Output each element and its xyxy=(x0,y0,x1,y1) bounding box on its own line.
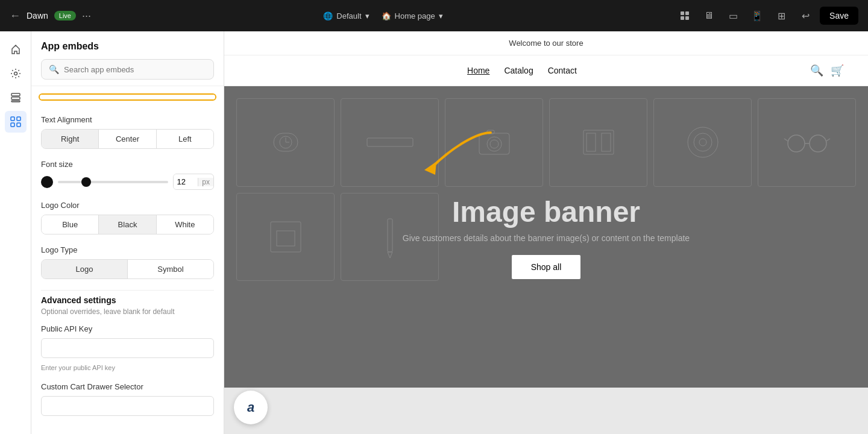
affirm-floating: a xyxy=(234,391,268,424)
svg-point-26 xyxy=(688,127,718,157)
logo-color-blue[interactable]: Blue xyxy=(42,215,99,234)
tablet-button[interactable]: ▭ xyxy=(723,6,743,25)
cart-drawer-input[interactable] xyxy=(41,396,214,416)
undo-button[interactable]: ↩ xyxy=(796,6,815,25)
px-unit-label: px xyxy=(198,178,213,186)
search-icon: 🔍 xyxy=(49,64,59,74)
cart-drawer-label: Custom Cart Drawer Selector xyxy=(41,382,214,391)
store-nav-icons: 🔍 🛒 xyxy=(810,64,844,77)
store-nav-links: Home Catalog Contact xyxy=(248,66,796,75)
alignment-left[interactable]: Left xyxy=(157,130,213,148)
font-size-label: Font size xyxy=(41,160,214,169)
svg-rect-7 xyxy=(11,101,20,102)
search-input[interactable] xyxy=(64,65,206,74)
hero-section: Image banner Give customers details abou… xyxy=(224,86,868,388)
logo-color-white[interactable]: White xyxy=(157,215,213,234)
font-size-slider[interactable] xyxy=(58,181,168,183)
nav-settings[interactable] xyxy=(5,63,27,84)
desktop-button[interactable]: 🖥 xyxy=(699,6,719,25)
topbar-left: ← Dawn Live ··· xyxy=(10,10,91,22)
font-color-dot xyxy=(41,176,53,188)
svg-rect-1 xyxy=(685,11,689,15)
bg-item-lens xyxy=(653,98,752,187)
store-cart-icon[interactable]: 🛒 xyxy=(831,64,844,77)
svg-rect-36 xyxy=(388,219,392,252)
chevron-down-icon: ▾ xyxy=(365,11,370,20)
svg-line-32 xyxy=(826,139,830,141)
shop-all-button[interactable]: Shop all xyxy=(512,255,581,279)
store-search-icon[interactable]: 🔍 xyxy=(810,64,823,77)
font-size-group: Font size px xyxy=(41,160,214,190)
save-button[interactable]: Save xyxy=(820,7,858,25)
text-alignment-label: Text Alignment xyxy=(41,115,214,124)
svg-point-29 xyxy=(788,135,805,152)
live-badge: Live xyxy=(54,11,76,20)
store-nav: Home Catalog Contact 🔍 🛒 xyxy=(224,55,868,86)
svg-point-30 xyxy=(810,135,826,152)
logo-type-group: Logo Type Logo Symbol xyxy=(41,245,214,279)
more-button[interactable]: ··· xyxy=(82,10,91,22)
mobile-button[interactable]: 📱 xyxy=(747,6,767,25)
svg-rect-10 xyxy=(11,123,14,127)
theme-name: Dawn xyxy=(27,11,48,20)
divider xyxy=(41,290,214,291)
svg-rect-5 xyxy=(11,93,20,96)
logo-type-logo[interactable]: Logo xyxy=(42,260,128,278)
nav-link-home[interactable]: Home xyxy=(467,66,489,75)
api-key-hint: Enter your public API key xyxy=(41,364,214,371)
homepage-selector[interactable]: 🏠 Home page ▾ xyxy=(382,11,443,20)
logo-type-symbol[interactable]: Symbol xyxy=(128,260,213,278)
nav-sections[interactable] xyxy=(5,87,27,108)
api-key-input[interactable] xyxy=(41,338,214,358)
svg-point-28 xyxy=(699,139,706,146)
nav-apps[interactable] xyxy=(5,111,27,133)
logo-color-options: Blue Black White xyxy=(41,215,214,234)
embed-item-header: ▾ ⊞ Affirm Cart Drawer xyxy=(40,95,215,101)
bg-item-watch xyxy=(236,98,335,187)
bg-item-box xyxy=(236,193,335,281)
alignment-right[interactable]: Right xyxy=(42,130,99,148)
svg-rect-25 xyxy=(602,133,611,151)
nav-link-contact[interactable]: Contact xyxy=(548,66,577,75)
svg-rect-0 xyxy=(681,11,684,15)
hero-content: Image banner Give customers details abou… xyxy=(403,195,690,279)
chevron-down-icon: ▾ xyxy=(439,11,443,20)
search-box[interactable]: 🔍 xyxy=(41,59,214,80)
nav-home[interactable] xyxy=(5,39,27,60)
svg-rect-34 xyxy=(271,222,301,252)
affirm-logo: a xyxy=(234,391,268,424)
globe-icon: 🌐 xyxy=(323,11,333,20)
text-alignment-options: Right Center Left xyxy=(41,129,214,149)
nav-link-catalog[interactable]: Catalog xyxy=(504,66,533,75)
logo-color-label: Logo Color xyxy=(41,201,214,210)
logo-type-options: Logo Symbol xyxy=(41,259,214,279)
grid-button[interactable]: ⊞ xyxy=(772,6,791,25)
bg-item-ruler xyxy=(341,98,439,187)
svg-rect-3 xyxy=(685,16,689,20)
default-selector[interactable]: 🌐 Default ▾ xyxy=(323,11,369,20)
svg-point-20 xyxy=(487,137,502,151)
font-size-input[interactable] xyxy=(174,174,198,189)
visual-editor-button[interactable] xyxy=(675,6,694,25)
text-alignment-group: Text Alignment Right Center Left xyxy=(41,115,214,149)
svg-rect-8 xyxy=(11,117,14,121)
alignment-center[interactable]: Center xyxy=(99,130,156,148)
back-button[interactable]: ← xyxy=(10,10,20,22)
bg-item-film xyxy=(549,98,647,187)
font-size-row: px xyxy=(41,174,214,190)
svg-point-4 xyxy=(14,72,17,75)
preview-area: Welcome to our store Home Catalog Contac… xyxy=(224,31,868,434)
svg-point-27 xyxy=(694,133,712,151)
sidebar-header: App embeds 🔍 xyxy=(31,31,224,86)
main-layout: App embeds 🔍 ▾ ⊞ Affirm Cart Drawer Text… xyxy=(0,31,868,434)
sidebar-title: App embeds xyxy=(41,41,214,52)
cart-drawer-selector-group: Custom Cart Drawer Selector xyxy=(41,382,214,416)
logo-type-label: Logo Type xyxy=(41,245,214,254)
store-header: Welcome to our store Home Catalog Contac… xyxy=(224,31,868,86)
svg-rect-11 xyxy=(17,123,20,127)
advanced-subtitle: Optional overrides, leave blank for defa… xyxy=(41,307,214,316)
left-nav xyxy=(0,31,31,434)
svg-point-21 xyxy=(490,140,498,148)
logo-color-black[interactable]: Black xyxy=(99,215,156,234)
sidebar: App embeds 🔍 ▾ ⊞ Affirm Cart Drawer Text… xyxy=(31,31,224,434)
